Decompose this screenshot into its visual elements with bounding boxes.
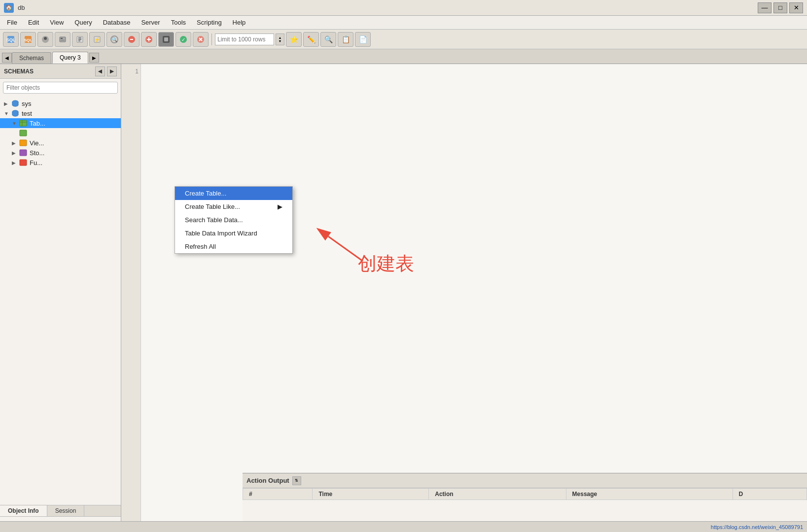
svg-rect-36 xyxy=(20,150,27,156)
refresh-all-label: Refresh All xyxy=(185,243,216,250)
toolbar-btn-10[interactable] xyxy=(158,32,174,47)
toolbar-search2[interactable]: 🔍 xyxy=(320,32,336,47)
table-child-icon xyxy=(19,129,28,137)
create-table-like-label: Create Table Like... xyxy=(185,203,240,210)
svg-rect-6 xyxy=(60,37,66,42)
table-icon xyxy=(19,119,28,127)
menu-database[interactable]: Database xyxy=(98,17,136,28)
col-message: Message xyxy=(566,489,733,500)
context-menu-search-data[interactable]: Search Table Data... xyxy=(175,213,292,227)
tab-nav-right[interactable]: ▶ xyxy=(89,53,99,63)
menu-view[interactable]: View xyxy=(45,17,69,28)
search-table-data-label: Search Table Data... xyxy=(185,216,243,224)
tree-arrow-test: ▼ xyxy=(4,111,11,116)
sidebar: SCHEMAS ◀ ▶ ▶ sys ▼ xyxy=(0,64,121,532)
tab-nav-left[interactable]: ◀ xyxy=(2,53,12,63)
toolbar-btn-11[interactable]: ✓ xyxy=(175,32,191,47)
editor-content[interactable] xyxy=(141,64,807,532)
svg-text:⚡: ⚡ xyxy=(94,36,101,43)
tree-label-tables: Tab... xyxy=(30,120,45,127)
menu-file[interactable]: File xyxy=(2,17,22,28)
toolbar-btn-4[interactable] xyxy=(55,32,70,47)
action-output-header: Action Output ⇅ xyxy=(243,473,807,488)
create-table-label: Create Table... xyxy=(185,190,226,197)
limit-spinner[interactable]: ▲ ▼ xyxy=(276,33,284,45)
tree-arrow-views: ▶ xyxy=(12,140,19,146)
minimize-button[interactable]: — xyxy=(758,2,772,13)
toolbar-btn-1[interactable]: SQL xyxy=(3,32,19,47)
svg-text:✓: ✓ xyxy=(181,37,185,42)
toolbar-btn-2[interactable]: SQL xyxy=(20,32,36,47)
tree-arrow-functions: ▶ xyxy=(12,160,19,166)
toolbar-btn-7[interactable]: 🔍 xyxy=(106,32,122,47)
query-area: 1 Create Table... Create Table Like... ▶… xyxy=(121,64,807,532)
toolbar-star[interactable]: ⭐ xyxy=(286,32,302,47)
tab-bar: ◀ Schemas Query 3 ▶ xyxy=(0,49,807,64)
tree-item-views[interactable]: ▶ Vie... xyxy=(0,138,121,148)
import-wizard-label: Table Data Import Wizard xyxy=(185,230,257,237)
tree-item-functions[interactable]: ▶ Fu... xyxy=(0,158,121,167)
menu-scripting[interactable]: Scripting xyxy=(192,17,227,28)
tab-object-info[interactable]: Object Info xyxy=(0,505,47,516)
tab-session[interactable]: Session xyxy=(47,505,85,516)
toolbar-btn-9[interactable] xyxy=(141,32,157,47)
status-url: https://blog.csdn.net/weixin_45089791 xyxy=(711,524,803,530)
toolbar-pencil[interactable]: ✏️ xyxy=(303,32,319,47)
context-menu-refresh-all[interactable]: Refresh All xyxy=(175,240,292,253)
toolbar-btn-12[interactable] xyxy=(193,32,209,47)
menu-tools[interactable]: Tools xyxy=(166,17,191,28)
toolbar-doc[interactable]: 📄 xyxy=(355,32,371,47)
toolbar-btn-3[interactable] xyxy=(37,32,53,47)
toolbar-btn-6[interactable]: ⚡ xyxy=(89,32,105,47)
tree-area: ▶ sys ▼ test ▼ Tab... xyxy=(0,97,121,505)
sidebar-header: SCHEMAS ◀ ▶ xyxy=(0,64,121,79)
line-numbers: 1 xyxy=(121,64,141,532)
tree-item-table-child[interactable] xyxy=(0,128,121,138)
main-toolbar: SQL SQL ⚡ 🔍 ✓ ▲ ▼ ⭐ ✏️ 🔍 📋 📄 xyxy=(0,30,807,49)
tree-label-functions: Fu... xyxy=(30,159,42,166)
query-editor: 1 xyxy=(121,64,807,532)
db-icon-sys xyxy=(11,100,20,107)
menu-query[interactable]: Query xyxy=(70,17,97,28)
func-icon xyxy=(19,159,28,166)
filter-input[interactable] xyxy=(3,82,118,94)
toolbar-copy[interactable]: 📋 xyxy=(338,32,353,47)
action-output-spinner[interactable]: ⇅ xyxy=(292,476,301,485)
svg-rect-23 xyxy=(164,37,168,41)
context-menu-create-table-like[interactable]: Create Table Like... ▶ xyxy=(175,200,292,213)
svg-text:SQL: SQL xyxy=(6,37,15,42)
svg-rect-31 xyxy=(20,120,27,126)
tab-query3[interactable]: Query 3 xyxy=(52,52,88,64)
svg-text:SQL: SQL xyxy=(24,38,33,42)
filter-box xyxy=(3,82,118,94)
menu-edit[interactable]: Edit xyxy=(23,17,44,28)
sidebar-nav-left[interactable]: ◀ xyxy=(95,66,105,76)
toolbar-btn-8[interactable] xyxy=(124,32,140,47)
svg-rect-37 xyxy=(20,160,27,166)
tree-item-test[interactable]: ▼ test xyxy=(0,108,121,118)
db-icon-test xyxy=(11,109,20,117)
window-controls: — □ ✕ xyxy=(758,2,803,13)
limit-rows-input[interactable] xyxy=(215,33,274,45)
menu-help[interactable]: Help xyxy=(228,17,251,28)
maximize-button[interactable]: □ xyxy=(773,2,787,13)
line-number-1: 1 xyxy=(123,68,139,75)
toolbar-btn-5[interactable] xyxy=(72,32,88,47)
sidebar-nav-right[interactable]: ▶ xyxy=(107,66,117,76)
context-menu-create-table[interactable]: Create Table... xyxy=(175,187,292,200)
svg-rect-7 xyxy=(61,38,63,39)
tree-item-tables[interactable]: ▼ Tab... xyxy=(0,118,121,128)
tree-arrow-stored: ▶ xyxy=(12,150,19,156)
stored-icon xyxy=(19,149,28,157)
tree-item-stored[interactable]: ▶ Sto... xyxy=(0,148,121,158)
menu-server[interactable]: Server xyxy=(136,17,165,28)
window-title: db xyxy=(18,4,25,11)
submenu-arrow: ▶ xyxy=(278,203,282,210)
tree-label-sys: sys xyxy=(22,100,32,107)
context-menu-import-wizard[interactable]: Table Data Import Wizard xyxy=(175,227,292,240)
tree-arrow-sys: ▶ xyxy=(4,101,11,106)
tab-schemas[interactable]: Schemas xyxy=(12,52,51,64)
close-button[interactable]: ✕ xyxy=(789,2,803,13)
tree-item-sys[interactable]: ▶ sys xyxy=(0,99,121,108)
col-hash: # xyxy=(243,489,313,500)
